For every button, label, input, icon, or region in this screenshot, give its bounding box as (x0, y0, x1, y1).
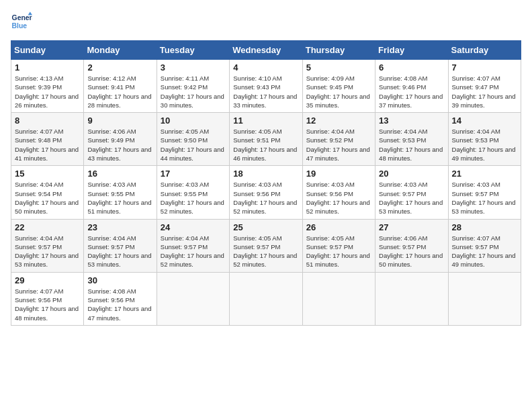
day-number: 4 (233, 62, 298, 73)
weekday-header-wednesday: Wednesday (230, 41, 302, 60)
day-info: Sunrise: 4:12 AM Sunset: 9:41 PM Dayligh… (87, 74, 152, 109)
calendar-cell: 19 Sunrise: 4:03 AM Sunset: 9:56 PM Dayl… (302, 166, 375, 219)
calendar-cell: 7 Sunrise: 4:07 AM Sunset: 9:47 PM Dayli… (448, 60, 521, 113)
calendar-cell: 22 Sunrise: 4:04 AM Sunset: 9:57 PM Dayl… (11, 219, 84, 272)
day-number: 21 (452, 169, 517, 179)
weekday-header-saturday: Saturday (448, 41, 521, 60)
calendar-body: 1 Sunrise: 4:13 AM Sunset: 9:39 PM Dayli… (11, 60, 521, 326)
calendar-cell (302, 272, 375, 325)
weekday-header-thursday: Thursday (302, 41, 375, 60)
day-info: Sunrise: 4:07 AM Sunset: 9:48 PM Dayligh… (15, 127, 80, 163)
day-number: 11 (233, 116, 298, 126)
calendar-cell (375, 272, 448, 325)
day-info: Sunrise: 4:06 AM Sunset: 9:49 PM Dayligh… (87, 127, 152, 163)
weekday-header-sunday: Sunday (11, 41, 84, 60)
calendar-cell: 15 Sunrise: 4:04 AM Sunset: 9:54 PM Dayl… (11, 166, 84, 219)
day-number: 26 (306, 222, 371, 232)
calendar-cell: 1 Sunrise: 4:13 AM Sunset: 9:39 PM Dayli… (11, 60, 84, 113)
day-info: Sunrise: 4:03 AM Sunset: 9:55 PM Dayligh… (87, 180, 152, 216)
day-number: 22 (15, 222, 80, 232)
day-info: Sunrise: 4:13 AM Sunset: 9:39 PM Dayligh… (15, 74, 80, 109)
calendar-cell: 13 Sunrise: 4:04 AM Sunset: 9:53 PM Dayl… (375, 113, 448, 166)
day-info: Sunrise: 4:07 AM Sunset: 9:56 PM Dayligh… (15, 287, 80, 322)
calendar-cell: 20 Sunrise: 4:03 AM Sunset: 9:57 PM Dayl… (375, 166, 448, 219)
calendar-cell: 18 Sunrise: 4:03 AM Sunset: 9:56 PM Dayl… (230, 166, 302, 219)
day-number: 13 (379, 116, 444, 126)
day-number: 15 (15, 169, 80, 179)
day-number: 3 (161, 62, 226, 73)
week-row-2: 8 Sunrise: 4:07 AM Sunset: 9:48 PM Dayli… (11, 113, 521, 166)
calendar-cell: 11 Sunrise: 4:05 AM Sunset: 9:51 PM Dayl… (230, 113, 302, 166)
calendar-cell (448, 272, 521, 325)
week-row-1: 1 Sunrise: 4:13 AM Sunset: 9:39 PM Dayli… (11, 60, 521, 113)
day-info: Sunrise: 4:04 AM Sunset: 9:57 PM Dayligh… (161, 234, 226, 269)
calendar-cell: 6 Sunrise: 4:08 AM Sunset: 9:46 PM Dayli… (375, 60, 448, 113)
day-info: Sunrise: 4:07 AM Sunset: 9:57 PM Dayligh… (452, 234, 517, 269)
calendar-cell: 3 Sunrise: 4:11 AM Sunset: 9:42 PM Dayli… (157, 60, 229, 113)
day-number: 1 (15, 62, 80, 73)
day-info: Sunrise: 4:08 AM Sunset: 9:56 PM Dayligh… (87, 287, 152, 322)
calendar-cell: 12 Sunrise: 4:04 AM Sunset: 9:52 PM Dayl… (302, 113, 375, 166)
calendar-cell: 17 Sunrise: 4:03 AM Sunset: 9:55 PM Dayl… (157, 166, 229, 219)
day-info: Sunrise: 4:05 AM Sunset: 9:57 PM Dayligh… (306, 234, 371, 269)
day-number: 14 (452, 116, 517, 126)
day-info: Sunrise: 4:04 AM Sunset: 9:53 PM Dayligh… (379, 127, 444, 163)
weekday-header-row: SundayMondayTuesdayWednesdayThursdayFrid… (11, 41, 521, 60)
day-number: 12 (306, 116, 371, 126)
calendar-cell: 24 Sunrise: 4:04 AM Sunset: 9:57 PM Dayl… (157, 219, 229, 272)
svg-marker-2 (28, 12, 32, 15)
day-number: 16 (87, 169, 152, 179)
day-number: 29 (15, 275, 80, 285)
day-number: 9 (87, 116, 152, 126)
day-number: 24 (161, 222, 226, 232)
weekday-header-friday: Friday (375, 41, 448, 60)
calendar-cell (230, 272, 302, 325)
day-number: 25 (233, 222, 298, 232)
day-info: Sunrise: 4:05 AM Sunset: 9:57 PM Dayligh… (233, 234, 298, 269)
day-info: Sunrise: 4:04 AM Sunset: 9:57 PM Dayligh… (15, 234, 80, 269)
calendar-cell: 9 Sunrise: 4:06 AM Sunset: 9:49 PM Dayli… (84, 113, 157, 166)
day-info: Sunrise: 4:11 AM Sunset: 9:42 PM Dayligh… (161, 74, 226, 109)
calendar-cell: 29 Sunrise: 4:07 AM Sunset: 9:56 PM Dayl… (11, 272, 84, 325)
calendar-cell: 2 Sunrise: 4:12 AM Sunset: 9:41 PM Dayli… (84, 60, 157, 113)
calendar-cell: 23 Sunrise: 4:04 AM Sunset: 9:57 PM Dayl… (84, 219, 157, 272)
calendar-table: SundayMondayTuesdayWednesdayThursdayFrid… (11, 40, 521, 326)
day-number: 18 (233, 169, 298, 179)
day-number: 28 (452, 222, 517, 232)
week-row-3: 15 Sunrise: 4:04 AM Sunset: 9:54 PM Dayl… (11, 166, 521, 219)
day-number: 17 (161, 169, 226, 179)
calendar-cell: 5 Sunrise: 4:09 AM Sunset: 9:45 PM Dayli… (302, 60, 375, 113)
day-info: Sunrise: 4:06 AM Sunset: 9:57 PM Dayligh… (379, 234, 444, 269)
week-row-4: 22 Sunrise: 4:04 AM Sunset: 9:57 PM Dayl… (11, 219, 521, 272)
calendar-cell: 30 Sunrise: 4:08 AM Sunset: 9:56 PM Dayl… (84, 272, 157, 325)
day-info: Sunrise: 4:04 AM Sunset: 9:53 PM Dayligh… (452, 127, 517, 163)
weekday-header-monday: Monday (84, 41, 157, 60)
day-info: Sunrise: 4:03 AM Sunset: 9:55 PM Dayligh… (161, 180, 226, 216)
calendar-cell: 21 Sunrise: 4:03 AM Sunset: 9:57 PM Dayl… (448, 166, 521, 219)
day-number: 19 (306, 169, 371, 179)
svg-text:Blue: Blue (12, 22, 28, 30)
day-info: Sunrise: 4:09 AM Sunset: 9:45 PM Dayligh… (306, 74, 371, 109)
logo-icon: General Blue (11, 11, 32, 32)
calendar-cell: 8 Sunrise: 4:07 AM Sunset: 9:48 PM Dayli… (11, 113, 84, 166)
day-info: Sunrise: 4:05 AM Sunset: 9:51 PM Dayligh… (233, 127, 298, 163)
calendar-cell: 27 Sunrise: 4:06 AM Sunset: 9:57 PM Dayl… (375, 219, 448, 272)
calendar-cell: 16 Sunrise: 4:03 AM Sunset: 9:55 PM Dayl… (84, 166, 157, 219)
day-number: 2 (87, 62, 152, 73)
day-number: 23 (87, 222, 152, 232)
day-info: Sunrise: 4:08 AM Sunset: 9:46 PM Dayligh… (379, 74, 444, 109)
page-header: General Blue (11, 11, 521, 32)
day-number: 30 (87, 275, 152, 285)
day-number: 8 (15, 116, 80, 126)
day-info: Sunrise: 4:04 AM Sunset: 9:52 PM Dayligh… (306, 127, 371, 163)
day-info: Sunrise: 4:04 AM Sunset: 9:57 PM Dayligh… (87, 234, 152, 269)
calendar-cell: 10 Sunrise: 4:05 AM Sunset: 9:50 PM Dayl… (157, 113, 229, 166)
calendar-cell: 26 Sunrise: 4:05 AM Sunset: 9:57 PM Dayl… (302, 219, 375, 272)
day-info: Sunrise: 4:03 AM Sunset: 9:57 PM Dayligh… (379, 180, 444, 216)
day-info: Sunrise: 4:03 AM Sunset: 9:56 PM Dayligh… (233, 180, 298, 216)
day-info: Sunrise: 4:05 AM Sunset: 9:50 PM Dayligh… (161, 127, 226, 163)
calendar-cell: 28 Sunrise: 4:07 AM Sunset: 9:57 PM Dayl… (448, 219, 521, 272)
day-info: Sunrise: 4:07 AM Sunset: 9:47 PM Dayligh… (452, 74, 517, 109)
day-info: Sunrise: 4:10 AM Sunset: 9:43 PM Dayligh… (233, 74, 298, 109)
calendar-cell (157, 272, 229, 325)
